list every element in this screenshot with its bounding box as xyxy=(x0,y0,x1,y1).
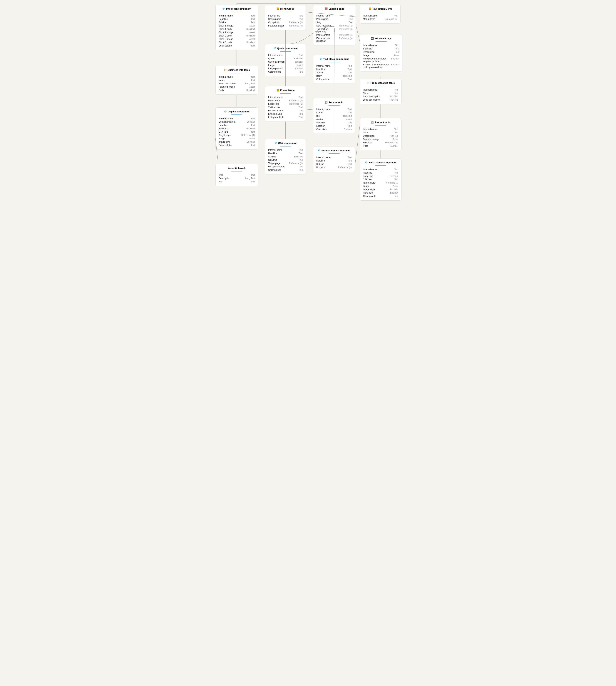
field-row: FileFile xyxy=(219,180,255,184)
card-business_info: 📋Business info topicInternal nameTextNam… xyxy=(216,66,258,95)
field-row: Color paletteText xyxy=(316,78,352,81)
field-name-label: Image position xyxy=(268,67,283,70)
field-type-label: Text xyxy=(395,44,399,47)
field-row: Block 1 bodyRichText xyxy=(219,27,255,31)
card-landing_page: 🧱Landing pageInternal nameTextPage nameT… xyxy=(313,5,356,45)
field-type-label: Text xyxy=(251,174,255,176)
field-row: Image styleBoolean xyxy=(219,140,255,144)
field-row: ImageAsset xyxy=(268,64,303,67)
card-title-text-landing_page: Landing page xyxy=(329,7,344,10)
field-name-label: Internal name xyxy=(219,15,233,17)
card-divider-menu_group xyxy=(280,12,291,12)
card-asset_internal: Asset (internal)TitleTextDescriptionLong… xyxy=(216,164,258,186)
field-name-label: Color palette xyxy=(316,78,329,81)
card-title-text-person_topic: Person topic xyxy=(329,101,343,104)
svg-line-18 xyxy=(306,109,313,110)
card-icon-menu_group: 🍔 xyxy=(276,7,279,10)
field-row: SlugText xyxy=(316,21,353,24)
field-name-label: Legal links xyxy=(268,103,279,105)
card-title-text-footer_menu: Footer Menu xyxy=(280,89,295,92)
card-divider-seo_meta xyxy=(376,41,387,42)
field-type-label: Reference (n) xyxy=(289,24,303,27)
field-type-label: Text xyxy=(299,96,303,99)
field-name-label: Location xyxy=(316,125,325,127)
field-row: ImageAsset xyxy=(363,185,398,188)
field-row: Internal nameText xyxy=(316,14,353,17)
field-name-label: Name xyxy=(363,92,369,94)
field-type-label: Asset xyxy=(249,31,255,34)
field-name-label: Image style xyxy=(363,188,375,191)
card-title-text-hero_banner: Hero banner component xyxy=(369,161,396,164)
field-name-label: Headline xyxy=(316,159,325,162)
field-row: Target pageReference (1) xyxy=(219,133,255,137)
card-title-business_info: 📋Business info topic xyxy=(219,68,255,71)
field-name-label: Name xyxy=(219,79,225,82)
field-type-label: Text xyxy=(348,68,352,70)
field-type-label: Boolean xyxy=(391,58,399,60)
field-name-label: Featured pages xyxy=(268,24,285,27)
card-title-cta_component: 💎CTA component xyxy=(268,142,303,145)
field-row: Twitter LinkText xyxy=(268,106,303,109)
field-type-label: Reference (1) xyxy=(289,21,303,24)
field-name-label: Name xyxy=(363,131,369,134)
field-row: URL parametersText xyxy=(268,165,303,168)
field-type-label: Boolean xyxy=(247,121,255,123)
card-divider-info_block xyxy=(231,12,242,12)
card-product_feature: 📋Product feature topicInternal nameTextN… xyxy=(360,79,401,104)
field-row: Instagram LinkText xyxy=(268,115,303,119)
field-type-label: Reference (1) xyxy=(289,103,303,105)
field-type-label: Reference (n) xyxy=(289,99,303,102)
field-type-label: Text xyxy=(251,15,255,17)
field-row: Group nameText xyxy=(268,17,303,21)
card-text_block: 💎Text block componentInternal nameTextHe… xyxy=(313,55,355,84)
field-type-label: Text xyxy=(299,149,303,151)
field-row: Short descriptionRichText xyxy=(363,95,398,98)
field-name-label: Container layout xyxy=(219,121,236,123)
card-footer_menu: 🍔Footer MenuInternal nameTextMenu ItemsR… xyxy=(265,86,306,122)
card-title-landing_page: 🧱Landing page xyxy=(316,7,353,10)
field-name-label: Color palette xyxy=(219,44,232,47)
field-type-label: Boolean xyxy=(391,63,399,66)
field-type-label: Text xyxy=(299,109,303,112)
field-name-label: Target page xyxy=(268,162,281,165)
diagram-canvas: 💎Info block componentInternal nameTextHe… xyxy=(212,0,404,208)
field-row: Internal titleText xyxy=(268,14,303,17)
field-row: NameText xyxy=(363,131,398,134)
field-type-label: Asset xyxy=(249,24,255,27)
field-name-label: Block 3 image xyxy=(219,38,233,40)
field-name-label: Description xyxy=(363,51,375,53)
card-title-product_topic: 📋Product topic xyxy=(363,121,398,124)
field-type-label: Text xyxy=(348,78,352,81)
field-row: Color paletteText xyxy=(219,44,255,47)
field-row: Exclude links from search rankings (nofo… xyxy=(363,63,399,69)
field-name-label: Internal name xyxy=(268,96,282,99)
field-type-label: Text xyxy=(395,51,399,53)
field-type-label: Text xyxy=(394,171,398,174)
field-name-label: Block 2 body xyxy=(219,35,232,37)
field-row: Color paletteText xyxy=(363,194,398,198)
card-title-text-quote_component: Quote component xyxy=(277,47,298,50)
field-name-label: Menu Items xyxy=(268,99,280,102)
field-type-label: Text xyxy=(251,124,255,127)
field-name-label: Headline xyxy=(219,124,228,127)
field-row: HeadlineText xyxy=(268,152,303,155)
card-title-text-product_feature: Product feature topic xyxy=(371,82,395,84)
field-row: DescriptionLong Text xyxy=(219,177,255,180)
field-row: Internal nameText xyxy=(363,44,399,47)
card-product_table: 💎Product table componentInternal nameTex… xyxy=(313,146,355,172)
field-row: Group LinkReference (1) xyxy=(268,21,303,24)
field-row: Container layoutBoolean xyxy=(219,120,255,124)
card-icon-footer_menu: 🍔 xyxy=(276,89,279,92)
field-type-label: Asset xyxy=(346,118,352,121)
field-type-label: Text xyxy=(299,18,303,20)
card-title-text-product_topic: Product topic xyxy=(375,121,390,124)
card-divider-hero_banner xyxy=(375,165,386,166)
field-name-label: CTA Text xyxy=(219,131,228,133)
field-row: Linkedin LinkText xyxy=(268,112,303,115)
field-row: Target pageReference (1) xyxy=(363,181,398,185)
field-row: Color paletteText xyxy=(268,168,303,172)
field-row: DescriptionRichText xyxy=(363,134,398,137)
field-name-label: Headline xyxy=(219,18,228,20)
field-type-label: Text xyxy=(394,88,398,91)
field-type-label: Boolean xyxy=(390,192,398,194)
